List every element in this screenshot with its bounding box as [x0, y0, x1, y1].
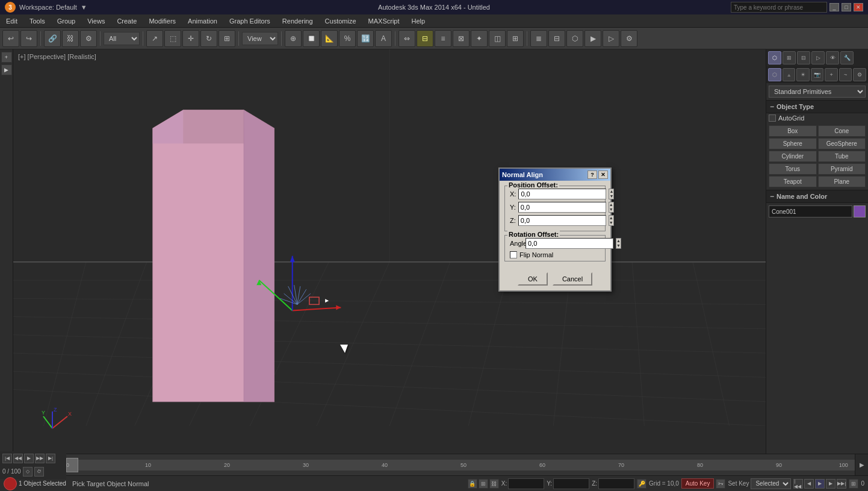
- panel-tab-modify[interactable]: ⊞: [783, 51, 796, 64]
- ok-button[interactable]: OK: [518, 272, 548, 286]
- menu-customize[interactable]: Customize: [319, 14, 362, 27]
- transform-icon[interactable]: 🔑: [637, 479, 646, 489]
- menu-modifiers[interactable]: Modifiers: [143, 14, 182, 27]
- next-key-status-button[interactable]: ▶: [826, 479, 835, 489]
- selected-dropdown[interactable]: Selected: [751, 478, 791, 489]
- filter-dropdown[interactable]: All: [104, 32, 140, 45]
- key-icon[interactable]: 🗝: [716, 479, 725, 489]
- teapot-button[interactable]: Teapot: [769, 176, 817, 187]
- menu-views[interactable]: Views: [81, 14, 111, 27]
- quick-align-button[interactable]: ≡: [435, 30, 451, 47]
- align-button[interactable]: ⊟: [417, 30, 433, 47]
- flip-normal-checkbox[interactable]: [510, 251, 517, 258]
- spinner-snap-button[interactable]: 🔢: [357, 30, 374, 47]
- prev-key-status-button[interactable]: ◀: [804, 479, 814, 489]
- primitives-dropdown[interactable]: Standard Primitives: [769, 86, 866, 98]
- x-input[interactable]: [508, 478, 544, 489]
- x-spinner[interactable]: ▲ ▼: [609, 189, 614, 199]
- snap-button[interactable]: 🔲: [303, 30, 320, 47]
- scale-button[interactable]: ⊞: [219, 30, 235, 47]
- rotate-button[interactable]: ↻: [200, 30, 217, 47]
- timeline-main[interactable]: 0 10 20 30 40 50 60 70 80 90 100: [66, 454, 855, 475]
- align-view-button[interactable]: ⊞: [507, 30, 524, 47]
- render-settings-button[interactable]: ⚙: [621, 30, 637, 47]
- layer-manager-button[interactable]: ≣: [530, 30, 547, 47]
- render-scene-button[interactable]: ▶: [584, 30, 601, 47]
- go-start-button[interactable]: |◀◀: [793, 479, 803, 489]
- bind-button[interactable]: ⚙: [80, 30, 97, 47]
- unlink-button[interactable]: ⛓: [62, 30, 79, 47]
- record-button[interactable]: [4, 477, 17, 490]
- dialog-close-button[interactable]: ✕: [598, 170, 608, 179]
- menu-edit[interactable]: Edit: [0, 14, 23, 27]
- select-button[interactable]: ↗: [146, 30, 163, 47]
- collapse-name-icon[interactable]: −: [770, 192, 774, 201]
- pyramid-button[interactable]: Pyramid: [818, 163, 866, 175]
- autogrid-checkbox[interactable]: [769, 114, 776, 122]
- normal-align-dialog[interactable]: Normal Align ? ✕ Position Offset: X: ▲ ▼: [498, 167, 612, 292]
- workspace-dropdown-icon[interactable]: ▼: [81, 4, 87, 11]
- select-region-button[interactable]: ⬚: [164, 30, 181, 47]
- search-input[interactable]: [731, 2, 827, 13]
- subtab-cameras[interactable]: 📷: [811, 68, 824, 81]
- viewport[interactable]: [+] [Perspective] [Realistic]: [13, 49, 766, 454]
- z-spinner[interactable]: ▲ ▼: [609, 215, 614, 226]
- close-button[interactable]: ✕: [854, 3, 863, 11]
- collapse-icon[interactable]: −: [770, 102, 774, 111]
- dialog-help-button[interactable]: ?: [587, 170, 597, 179]
- prev-frame-button[interactable]: |◀: [2, 454, 12, 463]
- link-icon[interactable]: ⛓: [489, 479, 499, 489]
- cone-button[interactable]: Cone: [818, 125, 866, 137]
- time-config-button[interactable]: ⏱: [34, 467, 44, 477]
- subtab-lights[interactable]: ☀: [796, 68, 810, 81]
- normal-align-button[interactable]: ⊠: [453, 30, 470, 47]
- redo-button[interactable]: ↪: [20, 30, 37, 47]
- timeline-track[interactable]: 0 10 20 30 40 50 60 70 80 90 100: [66, 460, 855, 471]
- panel-tab-utilities[interactable]: 🔧: [840, 51, 854, 64]
- menu-create[interactable]: Create: [111, 14, 143, 27]
- edit-named-button[interactable]: A: [375, 30, 392, 47]
- place-highlight-button[interactable]: ✦: [471, 30, 488, 47]
- menu-tools[interactable]: Tools: [23, 14, 51, 27]
- move-button[interactable]: ✛: [182, 30, 199, 47]
- schematic-view-button[interactable]: ⊟: [548, 30, 565, 47]
- object-name-input[interactable]: [769, 205, 852, 217]
- grid-icon[interactable]: ⊞: [479, 479, 488, 489]
- pivot-button[interactable]: ⊕: [285, 30, 302, 47]
- sphere-button[interactable]: Sphere: [769, 138, 817, 149]
- angle-input[interactable]: [525, 238, 613, 249]
- panel-tab-hierarchy[interactable]: ⊟: [797, 51, 810, 64]
- lt-btn-2[interactable]: ▶: [1, 64, 12, 75]
- next-frame-button[interactable]: ▶|: [46, 454, 55, 463]
- subtab-spacewarps[interactable]: ~: [839, 68, 852, 81]
- subtab-helpers[interactable]: +: [825, 68, 838, 81]
- angle-snap-button[interactable]: 📐: [321, 30, 338, 47]
- menu-rendering[interactable]: Rendering: [276, 14, 319, 27]
- geosphere-button[interactable]: GeoSphere: [818, 138, 866, 149]
- color-swatch[interactable]: [854, 205, 866, 217]
- view-dropdown[interactable]: View: [242, 32, 278, 45]
- mini-player-button[interactable]: ⊞: [849, 479, 858, 489]
- link-button[interactable]: 🔗: [44, 30, 61, 47]
- percent-snap-button[interactable]: %: [339, 30, 356, 47]
- mirror-button[interactable]: ⇔: [398, 30, 415, 47]
- subtab-geometry[interactable]: ⬡: [768, 68, 781, 81]
- y-spinner[interactable]: ▲ ▼: [609, 202, 614, 213]
- menu-animation[interactable]: Animation: [182, 14, 223, 27]
- panel-tab-motion[interactable]: ▷: [811, 51, 825, 64]
- menu-maxscript[interactable]: MAXScript: [362, 14, 406, 27]
- autokey-button[interactable]: Auto Key: [681, 478, 715, 489]
- y-dialog-input[interactable]: [518, 202, 606, 213]
- play-button[interactable]: ▶: [24, 454, 34, 463]
- undo-button[interactable]: ↩: [2, 30, 19, 47]
- x-dialog-input[interactable]: [518, 189, 606, 199]
- play-status-button[interactable]: ▶: [815, 479, 825, 489]
- box-button[interactable]: Box: [769, 125, 817, 137]
- torus-button[interactable]: Torus: [769, 163, 817, 175]
- menu-help[interactable]: Help: [406, 14, 432, 27]
- panel-tab-display[interactable]: 👁: [826, 51, 839, 64]
- subtab-shapes[interactable]: ⟁: [783, 68, 796, 81]
- panel-tab-create[interactable]: ⬡: [768, 51, 781, 64]
- maximize-button[interactable]: □: [842, 3, 851, 11]
- align-camera-button[interactable]: ◫: [489, 30, 506, 47]
